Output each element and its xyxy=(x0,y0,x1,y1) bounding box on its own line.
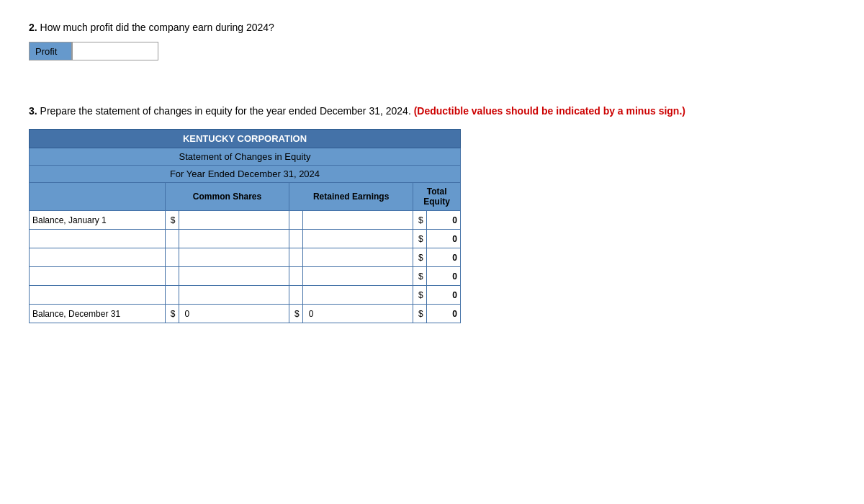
row-0-retained-dollar xyxy=(289,211,303,230)
row-3-retained-input[interactable] xyxy=(306,269,410,283)
row-4-label-cell xyxy=(30,286,166,305)
row-2-retained-dollar xyxy=(289,248,303,267)
table-title-1: KENTUCKY CORPORATION xyxy=(30,130,461,148)
row-1-retained-input-cell xyxy=(302,230,413,248)
row-0-common-dollar: $ xyxy=(166,211,179,230)
row-1-te-dollar: $ xyxy=(413,230,427,248)
row-2-te-dollar: $ xyxy=(413,248,427,267)
row-3-label-input[interactable] xyxy=(32,269,162,283)
table-row: Balance, January 1 $ $ 0 xyxy=(30,211,461,230)
row-0-common-input-cell xyxy=(179,211,289,230)
row-0-te-val: 0 xyxy=(426,211,460,230)
row-2-label-input[interactable] xyxy=(32,251,162,264)
profit-input[interactable] xyxy=(72,42,158,60)
bottom-te-dollar: $ xyxy=(413,305,427,323)
row-4-common-dollar xyxy=(166,286,179,305)
row-2-common-dollar xyxy=(166,248,179,267)
row-0-retained-input[interactable] xyxy=(306,213,410,227)
row-3-te-dollar: $ xyxy=(413,267,427,286)
row-1-label-cell xyxy=(30,230,166,248)
row-1-common-dollar xyxy=(166,230,179,248)
profit-row: Profit xyxy=(29,42,835,60)
row-2-common-input[interactable] xyxy=(182,251,287,264)
row-0-te-dollar: $ xyxy=(413,211,427,230)
equity-table: KENTUCKY CORPORATION Statement of Change… xyxy=(29,129,461,323)
bottom-te-val: 0 xyxy=(426,305,460,323)
col-header-row: Common Shares Retained Earnings Total Eq… xyxy=(30,183,461,211)
table-row: $ 0 xyxy=(30,230,461,248)
row-2-retained-input-cell xyxy=(302,248,413,267)
bottom-retained-input[interactable] xyxy=(306,307,410,320)
row-4-retained-input[interactable] xyxy=(306,288,410,302)
row-1-common-input[interactable] xyxy=(182,232,287,246)
row-1-label-input[interactable] xyxy=(32,232,162,246)
row-2-label-cell xyxy=(30,248,166,267)
row-1-common-input-cell xyxy=(179,230,289,248)
row-4-common-input-cell xyxy=(179,286,289,305)
row-3-retained-input-cell xyxy=(302,267,413,286)
row-4-retained-input-cell xyxy=(302,286,413,305)
row-4-te-val: 0 xyxy=(426,286,460,305)
row-3-common-dollar xyxy=(166,267,179,286)
bottom-retained-dollar: $ xyxy=(289,305,303,323)
row-1-te-val: 0 xyxy=(426,230,460,248)
row-0-retained-input-cell xyxy=(302,211,413,230)
bottom-common-dollar: $ xyxy=(166,305,179,323)
bottom-retained-input-cell xyxy=(302,305,413,323)
col-header-empty xyxy=(30,183,166,211)
equity-table-wrapper: KENTUCKY CORPORATION Statement of Change… xyxy=(29,129,461,323)
table-title-3: For Year Ended December 31, 2024 xyxy=(30,166,461,183)
col-header-total: Total Equity xyxy=(413,183,461,211)
question-3-section: 3. Prepare the statement of changes in e… xyxy=(29,104,835,323)
row-3-common-input-cell xyxy=(179,267,289,286)
row-3-common-input[interactable] xyxy=(182,269,287,283)
title-row-3: For Year Ended December 31, 2024 xyxy=(30,166,461,183)
table-title-2: Statement of Changes in Equity xyxy=(30,148,461,166)
bottom-row-label: Balance, December 31 xyxy=(30,305,166,323)
row-2-common-input-cell xyxy=(179,248,289,267)
row-1-retained-dollar xyxy=(289,230,303,248)
title-row-2: Statement of Changes in Equity xyxy=(30,148,461,166)
row-3-te-val: 0 xyxy=(426,267,460,286)
row-0-common-input[interactable] xyxy=(182,213,287,227)
row-1-retained-input[interactable] xyxy=(306,232,410,246)
question-2-label: 2. How much profit did the company earn … xyxy=(29,22,835,33)
title-row-1: KENTUCKY CORPORATION xyxy=(30,130,461,148)
row-4-te-dollar: $ xyxy=(413,286,427,305)
bottom-common-input[interactable] xyxy=(182,307,287,320)
col-header-retained: Retained Earnings xyxy=(289,183,413,211)
row-4-common-input[interactable] xyxy=(182,288,287,302)
row-3-label-cell xyxy=(30,267,166,286)
col-header-common: Common Shares xyxy=(166,183,289,211)
row-label-balance-jan: Balance, January 1 xyxy=(30,211,166,230)
row-3-retained-dollar xyxy=(289,267,303,286)
row-4-retained-dollar xyxy=(289,286,303,305)
row-2-te-val: 0 xyxy=(426,248,460,267)
row-2-retained-input[interactable] xyxy=(306,251,410,264)
table-row: $ 0 xyxy=(30,267,461,286)
table-row: $ 0 xyxy=(30,286,461,305)
table-row-balance-dec: Balance, December 31 $ $ $ 0 xyxy=(30,305,461,323)
profit-label: Profit xyxy=(29,42,72,60)
question-3-label: 3. Prepare the statement of changes in e… xyxy=(29,104,835,119)
deductible-note: (Deductible values should be indicated b… xyxy=(414,105,685,117)
question-2-section: 2. How much profit did the company earn … xyxy=(29,22,835,60)
table-row: $ 0 xyxy=(30,248,461,267)
bottom-common-input-cell xyxy=(179,305,289,323)
row-4-label-input[interactable] xyxy=(32,288,162,302)
